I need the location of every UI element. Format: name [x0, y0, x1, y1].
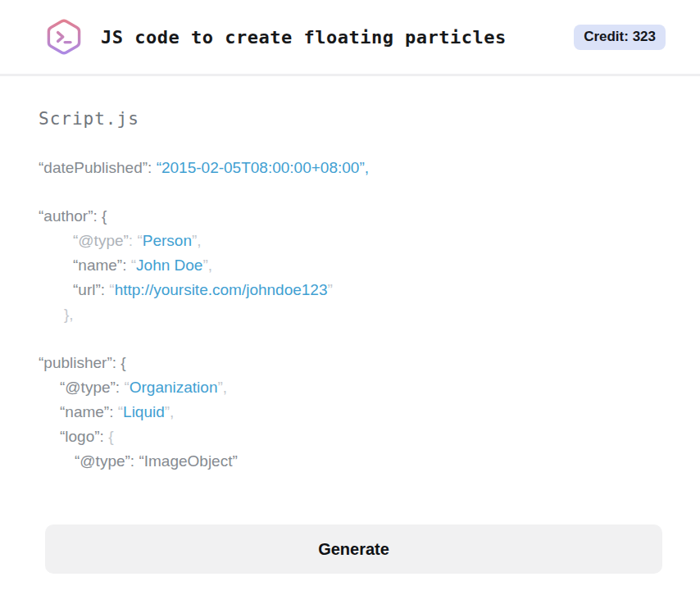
code-token: Person — [143, 232, 192, 249]
header: JS code to create floating particles Cre… — [0, 0, 700, 76]
code-line: “@type”: “ImageObject” — [39, 449, 661, 474]
code-token: ”, — [165, 403, 175, 420]
code-token: : — [129, 232, 138, 249]
code-block: “datePublished”: “2015-02-05T08:00:00+08… — [39, 156, 661, 474]
code-token: “author”: { — [39, 207, 107, 225]
code-token: Liquid — [123, 403, 165, 420]
code-token: ”, — [202, 257, 212, 274]
code-token: }, — [64, 306, 74, 323]
code-token: http://yoursite.com/johndoe123 — [115, 281, 328, 298]
code-token: “url”: — [73, 281, 109, 298]
code-line: “@type”: “Person”, — [39, 229, 661, 253]
code-line: “datePublished”: “2015-02-05T08:00:00+08… — [39, 156, 661, 180]
code-token: “publisher”: { — [39, 354, 126, 371]
code-token: Organization — [130, 379, 218, 396]
terminal-prompt-hexagon-icon — [44, 17, 84, 57]
code-token: John Doe — [136, 257, 202, 274]
footer: Generate — [0, 474, 700, 574]
code-line: }, — [39, 302, 661, 327]
code-token: “name”: — [60, 403, 118, 420]
credit-badge: Credit: 323 — [574, 25, 666, 50]
page-title: JS code to create floating particles — [101, 27, 574, 48]
code-line: “author”: { — [39, 204, 661, 229]
code-token: ”, — [192, 232, 202, 249]
code-line: “publisher”: { — [39, 351, 661, 375]
code-token: ” — [328, 281, 333, 298]
code-token: “@type” — [73, 232, 129, 249]
code-line: “@type”: “Organization”, — [39, 375, 661, 400]
code-token: “2015-02-05T08:00:00+08:00”, — [157, 159, 369, 176]
code-line: “logo”: { — [39, 425, 661, 449]
code-line: “name”: “John Doe”, — [39, 253, 661, 278]
code-line: “url”: “http://yoursite.com/johndoe123” — [39, 278, 661, 302]
filename-label: Script.js — [39, 109, 661, 129]
generate-button[interactable]: Generate — [45, 524, 662, 574]
code-panel: Script.js “datePublished”: “2015-02-05T0… — [0, 76, 700, 474]
code-token: “@type”: “ImageObject” — [75, 452, 238, 470]
code-token: “name”: — [73, 257, 131, 274]
code-token: ”, — [217, 379, 227, 396]
code-line: “name”: “Liquid”, — [39, 400, 661, 425]
code-token: “datePublished”: — [39, 159, 157, 176]
code-token: { — [108, 428, 113, 445]
code-token: “logo”: — [60, 428, 108, 445]
code-token: “@type”: — [60, 379, 124, 396]
